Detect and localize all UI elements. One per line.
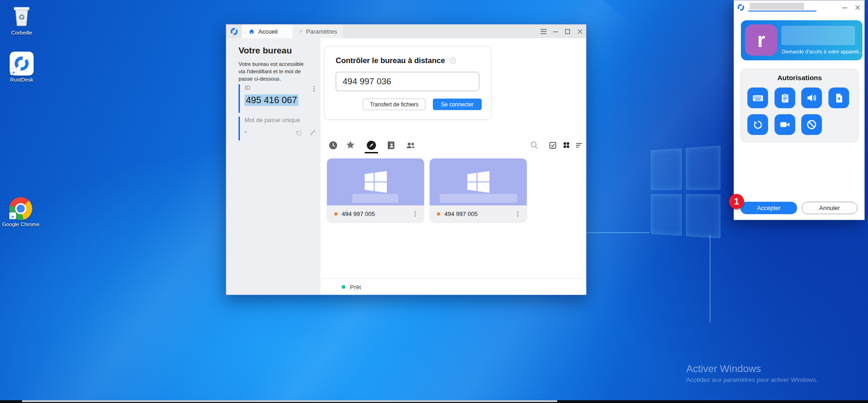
remote-control-title: Contrôler le bureau à distance ? [336,56,456,65]
permission-clipboard-button[interactable] [775,88,795,108]
tab-settings[interactable]: Paramètres [292,24,344,38]
address-book-tab[interactable] [385,140,396,151]
block-icon [806,119,817,130]
rustdesk-logo-icon [230,28,238,35]
activate-windows-watermark: Activer Windows [686,363,761,375]
peer-thumbnail [327,158,424,205]
select-peers-button[interactable] [547,140,558,151]
close-icon [577,29,583,34]
request-message: Demande d'accès à votre appareil... [782,49,863,54]
peer-card[interactable]: 494 997 005 [430,158,527,222]
popup-minimize-button[interactable] [839,2,850,12]
permission-restart-button[interactable] [747,114,768,135]
minimize-button[interactable] [549,24,561,38]
recent-sessions-tab[interactable] [327,140,338,151]
video-camera-icon [779,119,791,130]
sort-icon [575,141,583,150]
refresh-icon [295,128,303,137]
file-transfer-button[interactable]: Transfert de fichiers [363,99,425,110]
activate-windows-watermark-sub: Accédez aux paramètres pour activer Wind… [686,376,818,383]
desktop-icon-label: RustDesk [0,77,43,82]
id-menu-button[interactable] [310,85,318,94]
id-value[interactable]: 495 416 067 [245,94,298,106]
permissions-card: Autorisations [740,69,859,142]
desktop-icon-recycle-bin[interactable]: ♻ Corbeille [0,4,43,35]
help-icon[interactable]: ? [449,57,456,64]
main-content: Contrôler le bureau à distance ? Transfe… [320,38,586,295]
permission-audio-button[interactable] [801,88,822,108]
people-icon [405,140,416,151]
discovered-tab[interactable] [366,140,377,151]
desktop-icon-label: Corbeille [0,30,43,35]
restart-icon [752,119,763,130]
permission-file-transfer-button[interactable] [828,88,849,108]
close-icon [855,5,860,10]
grid-view-icon [562,141,571,149]
window-tab-bar: Accueil Paramètres [226,24,586,38]
permission-screen-recording-button[interactable] [775,114,795,135]
permission-keyboard-button[interactable] [747,88,768,108]
remote-id-input[interactable] [336,72,479,91]
peer-footer: 494 997 005 [327,205,424,222]
kebab-menu-icon [310,85,318,93]
peer-menu-button[interactable] [513,209,522,218]
peer-thumbnail [430,158,527,205]
desktop-icon-rustdesk[interactable]: RustDesk [0,52,43,82]
refresh-password-button[interactable] [295,128,303,139]
peer-name-redacted [352,194,398,203]
status-text: Prêt [350,284,361,291]
popup-close-button[interactable] [852,2,863,12]
peer-name-redacted [440,194,517,203]
session-title-redacted [750,3,804,10]
shortcut-arrow-icon [9,212,16,219]
hamburger-icon [541,29,547,34]
minimize-icon [842,5,847,10]
windows-logo-icon [467,171,489,193]
kebab-menu-icon [412,210,419,217]
search-icon [530,140,539,150]
wallpaper-line [710,235,711,322]
favorites-tab[interactable] [345,140,356,151]
group-tab[interactable] [405,140,416,151]
recycle-bin-icon: ♻ [11,4,32,27]
edit-password-button[interactable] [309,128,317,139]
peer-footer: 494 997 005 [430,205,527,222]
status-bar: Prêt [320,278,586,295]
peer-card[interactable]: 494 997 005 [327,158,424,222]
accept-button[interactable]: Accepter [740,202,797,214]
cancel-button[interactable]: Annuler [802,202,857,214]
windows-logo-panes [651,146,721,239]
star-icon [345,140,355,150]
maximize-icon [565,29,570,34]
desktop-icon-chrome[interactable]: Google Chrome [0,197,42,227]
permission-block-input-button[interactable] [801,114,822,135]
tab-settings-label: Paramètres [306,28,337,35]
peer-id: 494 997 005 [444,210,478,217]
id-field: ID 495 416 067 [239,84,320,113]
panel-description: Votre bureau est accessible via l'identi… [239,60,311,82]
connect-button[interactable]: Se connecter [433,99,482,110]
peer-name-redacted [781,26,855,45]
shortcut-arrow-icon [10,68,17,75]
address-book-icon [386,140,396,150]
desktop: ♻ Corbeille RustDesk Google Chrome [0,0,868,403]
menu-button[interactable] [537,24,549,38]
peer-menu-button[interactable] [410,209,419,218]
tab-home[interactable]: Accueil [242,24,292,38]
sort-peers-button[interactable] [573,140,584,151]
keyboard-icon [752,92,764,104]
taskbar[interactable] [0,400,868,403]
maximize-button[interactable] [561,24,573,38]
search-peers-button[interactable] [529,140,540,151]
session-tab-underline [748,11,816,12]
windows-logo-icon [365,171,387,193]
connection-request-window: r Demande d'accès à votre appareil... Au… [734,0,865,220]
permissions-title: Autorisations [741,74,858,82]
close-button[interactable] [574,24,586,38]
clipboard-icon [780,93,791,104]
peer-avatar: r [745,24,777,56]
id-label: ID [245,84,320,91]
tab-home-label: Accueil [258,28,278,35]
password-field: Mot de passe unique - [239,117,320,140]
view-mode-button[interactable] [561,140,572,151]
